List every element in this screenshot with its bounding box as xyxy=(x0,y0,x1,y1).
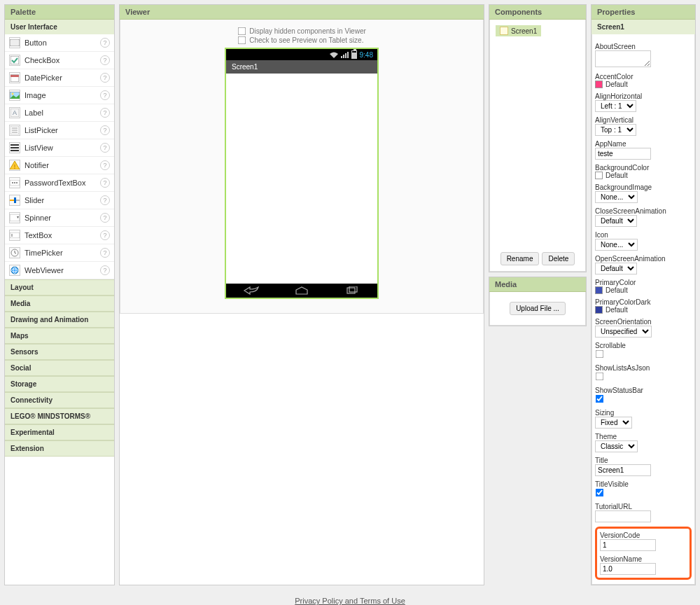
svg-rect-0 xyxy=(10,39,20,46)
clock-text: 9:48 xyxy=(360,51,373,59)
properties-screen-name: Screen1 xyxy=(592,20,695,34)
vname-field[interactable] xyxy=(600,563,656,575)
palette-item-listpicker[interactable]: ListPicker? xyxy=(5,122,114,139)
scroll-checkbox[interactable] xyxy=(596,350,604,359)
help-icon[interactable]: ? xyxy=(100,125,110,135)
palette-item-webviewer[interactable]: WebViewer? xyxy=(5,262,114,279)
sizing-select[interactable]: Fixed xyxy=(595,417,632,429)
category-social[interactable]: Social xyxy=(5,360,114,376)
help-icon[interactable]: ? xyxy=(100,265,110,275)
palette-item-textbox[interactable]: TextBox? xyxy=(5,227,114,244)
components-panel: Components Screen1 Rename Delete xyxy=(489,4,587,272)
palette-item-label[interactable]: ALabel? xyxy=(5,104,114,122)
alignh-select[interactable]: Left : 1 xyxy=(595,100,636,112)
help-icon[interactable]: ? xyxy=(100,108,110,118)
appname-field[interactable] xyxy=(595,148,651,160)
titlevis-checkbox[interactable] xyxy=(596,489,604,497)
slider-icon xyxy=(9,195,20,206)
phone-screen-canvas[interactable] xyxy=(226,74,377,284)
opt-tablet-preview-checkbox[interactable] xyxy=(238,36,246,45)
primdark-picker[interactable]: Default xyxy=(595,306,692,314)
nav-home-icon xyxy=(293,286,310,295)
help-icon[interactable]: ? xyxy=(100,73,110,83)
palette-item-label: Image xyxy=(24,91,46,99)
textbox-icon xyxy=(9,230,20,241)
opt-tablet-preview[interactable]: Check to see Preview on Tablet size. xyxy=(237,36,366,45)
closeanim-select[interactable]: Default xyxy=(595,215,637,227)
help-icon[interactable]: ? xyxy=(100,178,110,188)
statusbar-checkbox[interactable] xyxy=(596,395,604,403)
category-maps[interactable]: Maps xyxy=(5,328,114,344)
privacy-link[interactable]: Privacy Policy and Terms of Use xyxy=(295,597,405,605)
category-media[interactable]: Media xyxy=(5,295,114,312)
help-icon[interactable]: ? xyxy=(100,143,110,153)
media-panel: Media Upload File ... xyxy=(489,277,587,326)
label-closeanim: CloseScreenAnimation xyxy=(595,207,692,215)
help-icon[interactable]: ? xyxy=(100,160,110,170)
icon-select[interactable]: None... xyxy=(595,239,638,251)
svg-rect-22 xyxy=(14,197,16,203)
palette-item-label: Slider xyxy=(24,196,44,204)
palette-item-spinner[interactable]: Spinner? xyxy=(5,209,114,227)
category-sensors[interactable]: Sensors xyxy=(5,344,114,360)
vcode-field[interactable] xyxy=(600,539,656,551)
category-extension[interactable]: Extension xyxy=(5,440,114,457)
rename-button[interactable]: Rename xyxy=(500,252,540,265)
palette-item-datepicker[interactable]: DatePicker? xyxy=(5,69,114,87)
help-icon[interactable]: ? xyxy=(100,55,110,65)
label-alignv: AlignVertical xyxy=(595,116,692,124)
viewer-panel: Viewer Display hidden components in View… xyxy=(119,4,484,585)
help-icon[interactable]: ? xyxy=(100,248,110,258)
category-lego-mindstorms-[interactable]: LEGO® MINDSTORMS® xyxy=(5,408,114,424)
nav-recent-icon xyxy=(344,286,360,295)
opt-display-hidden[interactable]: Display hidden components in Viewer xyxy=(237,27,366,36)
label-vname: VersionName xyxy=(600,555,687,563)
palette-item-button[interactable]: Button? xyxy=(5,34,114,52)
aboutscreen-field[interactable] xyxy=(595,50,651,67)
label-primdark: PrimaryColorDark xyxy=(595,298,692,306)
upload-file-button[interactable]: Upload File ... xyxy=(510,302,566,315)
bgcolor-picker[interactable]: Default xyxy=(595,172,692,179)
palette-item-timepicker[interactable]: TimePicker? xyxy=(5,244,114,262)
opt-display-hidden-checkbox[interactable] xyxy=(238,27,246,36)
theme-select[interactable]: Classic xyxy=(595,440,638,452)
phone-nav-bar xyxy=(226,284,377,298)
alignv-select[interactable]: Top : 1 xyxy=(595,124,636,136)
accentcolor-picker[interactable]: Default xyxy=(595,81,692,88)
primcolor-picker[interactable]: Default xyxy=(595,286,692,294)
label-tutorial: TutorialURL xyxy=(595,503,692,510)
help-icon[interactable]: ? xyxy=(100,230,110,240)
help-icon[interactable]: ? xyxy=(100,38,110,48)
svg-rect-1 xyxy=(10,56,19,64)
palette-item-image[interactable]: Image? xyxy=(5,87,114,104)
palette-item-label: Button xyxy=(24,39,47,47)
orient-select[interactable]: Unspecified xyxy=(595,326,652,338)
bgimage-select[interactable]: None... xyxy=(595,191,638,203)
category-storage[interactable]: Storage xyxy=(5,376,114,392)
label-appname: AppName xyxy=(595,140,692,148)
title-field[interactable] xyxy=(595,464,651,476)
palette-item-checkbox[interactable]: CheckBox? xyxy=(5,52,114,69)
label-primcolor: PrimaryColor xyxy=(595,279,692,286)
category-connectivity[interactable]: Connectivity xyxy=(5,392,114,408)
category-drawing-and-animation[interactable]: Drawing and Animation xyxy=(5,312,114,328)
palette-item-notifier[interactable]: !Notifier? xyxy=(5,157,114,174)
openanim-select[interactable]: Default xyxy=(595,263,637,274)
palette-item-listview[interactable]: ListView? xyxy=(5,139,114,157)
category-experimental[interactable]: Experimental xyxy=(5,424,114,440)
webviewer-icon xyxy=(9,265,20,276)
component-screen1[interactable]: Screen1 xyxy=(496,25,541,36)
checkbox-icon xyxy=(9,55,20,66)
help-icon[interactable]: ? xyxy=(100,90,110,100)
palette-item-slider[interactable]: Slider? xyxy=(5,192,114,209)
palette-item-passwordtextbox[interactable]: PasswordTextBox? xyxy=(5,174,114,192)
help-icon[interactable]: ? xyxy=(100,195,110,205)
help-icon[interactable]: ? xyxy=(100,213,110,223)
palette-item-label: WebViewer xyxy=(24,266,64,274)
delete-button[interactable]: Delete xyxy=(542,252,575,265)
category-layout[interactable]: Layout xyxy=(5,279,114,295)
tutorial-field[interactable] xyxy=(595,510,651,522)
lists-checkbox[interactable] xyxy=(596,373,604,381)
category-user-interface[interactable]: User Interface xyxy=(5,20,114,34)
svg-point-29 xyxy=(11,267,18,274)
